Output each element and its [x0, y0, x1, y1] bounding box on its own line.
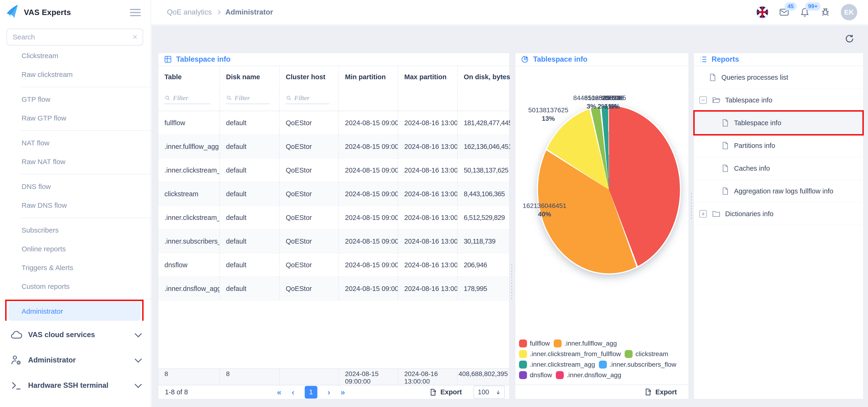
breadcrumb-root[interactable]: QoE analytics [167, 8, 212, 17]
messages-button[interactable]: 45 [779, 7, 789, 17]
table-cell: 2024-08-16 13:00:00 [398, 182, 457, 206]
sidebar-group-vas-cloud-services[interactable]: VAS cloud services [0, 322, 151, 347]
rows-range-label: 1-8 of 8 [165, 388, 188, 396]
search-input[interactable] [7, 33, 132, 41]
export-icon [644, 388, 652, 396]
table-row[interactable]: dnsflowdefaultQoEStor2024-08-15 09:00:00… [158, 253, 509, 277]
tree-item-label: Tablespace info [725, 96, 772, 104]
column-header-label: Max partition [404, 73, 446, 81]
notifications-button[interactable]: 99+ [800, 7, 810, 17]
sidebar-item-raw-nat-flow[interactable]: Raw NAT flow [8, 152, 141, 171]
column-header-on-disk-bytes[interactable]: On disk, bytes [457, 66, 510, 111]
legend-item[interactable]: dnsflow [519, 371, 552, 379]
sidebar-item-clickstream[interactable]: Clickstream [8, 53, 141, 65]
document-icon [721, 141, 730, 150]
sidebar-item-raw-dns-flow[interactable]: Raw DNS flow [8, 196, 141, 215]
table-row[interactable]: fullflowdefaultQoEStor2024-08-15 09:00:0… [158, 111, 509, 135]
next-page-button[interactable]: › [328, 387, 330, 397]
tree-item-caches-info[interactable]: Caches info [694, 157, 863, 180]
sidebar-group-label: VAS cloud services [28, 330, 135, 339]
table-export-button[interactable]: Export [429, 388, 462, 396]
panel-resize-handle[interactable] [510, 264, 513, 300]
column-header-max-partition[interactable]: Max partition [398, 66, 457, 111]
first-page-button[interactable]: « [277, 387, 281, 397]
sidebar-item-custom-reports[interactable]: Custom reports [8, 277, 141, 296]
sidebar-group-label: Administrator [28, 356, 135, 364]
tree-item-aggregation-raw-logs-fullflow-info[interactable]: Aggregation raw logs fullflow info [694, 180, 863, 203]
table-cell: QoEStor [279, 277, 338, 300]
logo-sail-icon [5, 4, 22, 21]
legend-label: clickstream [636, 350, 668, 358]
brand-name: VAS Experts [24, 8, 71, 17]
sidebar-item-raw-clickstream[interactable]: Raw clickstream [8, 65, 141, 84]
sidebar-item-label: Subscribers [22, 226, 59, 234]
sidebar-item-label: Raw clickstream [22, 70, 72, 79]
avatar[interactable]: EK [841, 4, 857, 20]
table-cell: default [219, 135, 279, 158]
last-page-button[interactable]: » [341, 387, 345, 397]
legend-item[interactable]: clickstream [625, 350, 668, 358]
table-row[interactable]: clickstreamdefaultQoEStor2024-08-15 09:0… [158, 182, 509, 206]
page-size-select[interactable]: 100 [473, 386, 505, 399]
document-icon [721, 164, 730, 173]
sidebar-item-online-reports[interactable]: Online reports [8, 240, 141, 258]
column-header-cluster-host[interactable]: Cluster hostFilter [279, 66, 338, 111]
legend-item[interactable]: fullflow [519, 340, 550, 347]
column-header-table[interactable]: TableFilter [158, 66, 219, 111]
tree-item-dictionaries-info[interactable]: +Dictionaries info [694, 203, 863, 225]
table-row[interactable]: .inner.clickstream_from_fullflowdefaultQ… [158, 158, 509, 182]
bug-report-button[interactable] [820, 7, 831, 17]
tree-toggle-icon[interactable]: + [700, 210, 707, 217]
legend-item[interactable]: .inner.clickstream_agg [519, 360, 595, 369]
sidebar-group-administrator[interactable]: Administrator [0, 347, 151, 373]
legend-item[interactable]: .inner.subscribers_flow [599, 360, 676, 369]
language-flag-icon[interactable] [756, 6, 769, 19]
table-cell: 2024-08-16 13:00:00 [398, 158, 457, 182]
tree-item-tablespace-info[interactable]: −Tablespace info [694, 89, 863, 112]
table-cell: QoEStor [279, 158, 338, 182]
pie-chart[interactable] [537, 105, 681, 274]
table-cell: 2024-08-16 13:00:00 [398, 253, 457, 277]
search-clear-icon[interactable]: × [132, 33, 143, 41]
column-filter-input[interactable]: Filter [226, 94, 270, 104]
sidebar-item-triggers-alerts[interactable]: Triggers & Alerts [8, 258, 141, 277]
tree-item-queries-processes-list[interactable]: Queries processes list [694, 66, 863, 89]
mail-badge: 45 [785, 2, 797, 10]
summary-cell: 8 [219, 369, 279, 386]
sidebar-item-gtp-flow[interactable]: GTP flow [8, 90, 141, 109]
column-header-min-partition[interactable]: Min partition [338, 66, 398, 111]
sidebar-search: × [6, 29, 143, 46]
sidebar-item-nat-flow[interactable]: NAT flow [8, 134, 141, 152]
table-row[interactable]: .inner.subscribers_flowdefaultQoEStor202… [158, 230, 509, 253]
table-cell: default [219, 277, 279, 300]
legend-label: .inner.clickstream_from_fullflow [530, 350, 621, 358]
page-1-button[interactable]: 1 [305, 386, 317, 399]
sidebar-item-raw-gtp-flow[interactable]: Raw GTP flow [8, 109, 141, 127]
prev-page-button[interactable]: ‹ [291, 387, 294, 397]
menu-toggle-icon[interactable] [130, 7, 141, 18]
tree-item-partitions-info[interactable]: Partitions info [694, 134, 863, 157]
sidebar-item-subscribers[interactable]: Subscribers [8, 221, 141, 240]
table-row[interactable]: .inner.clickstream_aggdefaultQoEStor2024… [158, 206, 509, 230]
column-filter-input[interactable]: Filter [286, 94, 329, 104]
column-header-disk-name[interactable]: Disk nameFilter [219, 66, 279, 111]
legend-item[interactable]: .inner.clickstream_from_fullflow [519, 350, 621, 358]
legend-swatch [556, 371, 564, 379]
legend-label: fullflow [530, 340, 550, 347]
tree-toggle-icon[interactable]: − [700, 96, 707, 104]
table-row[interactable]: .inner.dnsflow_aggdefaultQoEStor2024-08-… [158, 277, 509, 300]
legend-item[interactable]: .inner.fullflow_agg [554, 340, 617, 347]
sidebar-item-dns-flow[interactable]: DNS flow [8, 177, 141, 196]
export-icon [429, 388, 437, 396]
column-filter-input[interactable]: Filter [164, 94, 210, 104]
sidebar-group-hardware-ssh-terminal[interactable]: Hardware SSH terminal [0, 373, 151, 398]
table-row[interactable]: .inner.fullflow_aggdefaultQoEStor2024-08… [158, 135, 509, 158]
pie-export-button[interactable]: Export [644, 388, 677, 396]
panel-resize-handle[interactable] [690, 193, 693, 219]
tree-item-tablespace-info[interactable]: Tablespace info [694, 112, 863, 134]
legend-item[interactable]: .inner.dnsflow_agg [556, 371, 621, 379]
refresh-icon[interactable] [844, 34, 855, 45]
pie-label-value: 162136046451 [515, 202, 574, 210]
table-cell: 181,428,477,445 [457, 111, 510, 135]
sidebar-item-administrator[interactable]: Administrator [8, 302, 141, 321]
